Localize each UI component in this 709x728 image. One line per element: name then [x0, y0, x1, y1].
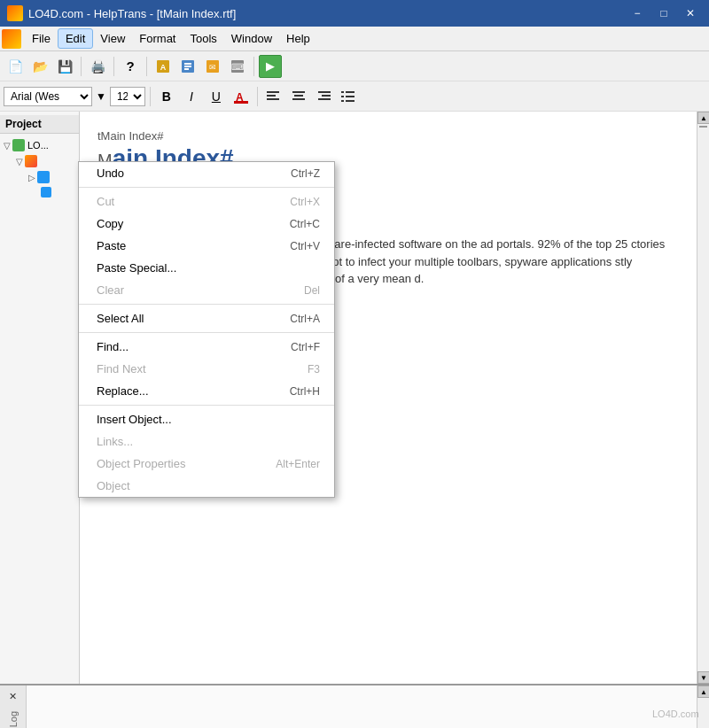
- clear-label: Clear: [97, 283, 124, 297]
- select-all-label: Select All: [97, 312, 144, 325]
- tree-item-page[interactable]: ▷: [27, 169, 77, 185]
- help-question-button[interactable]: ?: [119, 55, 142, 78]
- menu-replace[interactable]: Replace... Ctrl+H: [79, 380, 334, 402]
- toolbar-separator-1: [81, 57, 82, 76]
- main-toolbar: 📄 📂 💾 🖨️ ? A ✉ ⌨ ▶: [0, 51, 709, 81]
- svg-rect-17: [292, 98, 305, 100]
- menu-format[interactable]: Format: [132, 29, 183, 48]
- svg-text:✉: ✉: [209, 63, 216, 72]
- vertical-scrollbar[interactable]: ▲ ▼: [697, 112, 709, 684]
- paste-label: Paste: [97, 239, 126, 252]
- clear-shortcut: Del: [304, 284, 320, 297]
- svg-rect-5: [184, 68, 189, 70]
- menu-undo[interactable]: Undo Ctrl+Z: [79, 162, 334, 184]
- menu-paste[interactable]: Paste Ctrl+V: [79, 235, 334, 257]
- menu-tools[interactable]: Tools: [183, 29, 223, 48]
- new-button[interactable]: 📄: [4, 55, 27, 78]
- toolbar-separator-3: [146, 57, 147, 76]
- scroll-up-button[interactable]: ▲: [697, 112, 709, 124]
- sep-2: [79, 304, 334, 305]
- page-icon: [37, 171, 50, 183]
- bottom-log-content: [27, 685, 697, 728]
- menu-window[interactable]: Window: [224, 29, 279, 48]
- svg-rect-21: [341, 91, 344, 93]
- italic-button[interactable]: I: [180, 85, 203, 108]
- root-icon: [12, 139, 25, 151]
- bottom-scroll-up[interactable]: ▲: [697, 685, 709, 698]
- project-header: Project: [0, 115, 79, 134]
- sep-4: [79, 405, 334, 406]
- svg-text:LO4D.com: LO4D.com: [652, 709, 699, 719]
- bottom-close-button[interactable]: ✕: [7, 689, 19, 704]
- underline-button[interactable]: U: [205, 85, 228, 108]
- menu-view[interactable]: View: [93, 29, 132, 48]
- run-button[interactable]: ▶: [259, 55, 282, 78]
- font-family-select[interactable]: Arial (Wes: [4, 87, 92, 106]
- select-all-shortcut: Ctrl+A: [290, 313, 320, 325]
- menu-select-all[interactable]: Select All Ctrl+A: [79, 307, 334, 329]
- icon-btn-2[interactable]: [176, 55, 199, 78]
- find-shortcut: Ctrl+F: [291, 341, 320, 353]
- scroll-thumb[interactable]: [699, 126, 707, 128]
- svg-rect-26: [346, 100, 354, 102]
- menu-paste-special[interactable]: Paste Special...: [79, 257, 334, 279]
- menu-insert-object[interactable]: Insert Object...: [79, 408, 334, 430]
- bold-button[interactable]: B: [155, 85, 178, 108]
- menu-help[interactable]: Help: [279, 29, 317, 48]
- book-icon: [25, 155, 37, 167]
- book-expand-icon: ▽: [16, 157, 23, 167]
- align-right-button[interactable]: [312, 85, 335, 108]
- open-button[interactable]: 📂: [28, 55, 51, 78]
- sep-3: [79, 332, 334, 333]
- menu-find[interactable]: Find... Ctrl+F: [79, 336, 334, 358]
- tree-sub: ▷: [14, 169, 77, 199]
- cut-label: Cut: [97, 195, 114, 208]
- project-tree: ▽ LO... ▽ ▷: [0, 134, 79, 203]
- menu-bar: File Edit View Format Tools Window Help: [0, 27, 709, 51]
- find-label: Find...: [97, 340, 129, 353]
- tree-item-root[interactable]: ▽ LO...: [2, 137, 77, 153]
- watermark: LO4D.com: [652, 704, 705, 724]
- menu-object-properties: Object Properties Alt+Enter: [79, 453, 334, 475]
- root-label: LO...: [27, 140, 49, 151]
- tree-children: ▽ ▷: [2, 153, 77, 199]
- print-button[interactable]: 🖨️: [86, 55, 109, 78]
- close-button[interactable]: ✕: [679, 4, 702, 22]
- menu-object: Object: [79, 475, 334, 497]
- title-bar-text: LO4D.com - HelpTrans - [tMain Index.rtf]: [28, 7, 626, 20]
- page2-icon: [41, 187, 51, 197]
- menu-edit[interactable]: Edit: [58, 28, 93, 49]
- project-sidebar: Project ▽ LO... ▽ ▷: [0, 112, 80, 684]
- copy-shortcut: Ctrl+C: [290, 218, 320, 230]
- scroll-down-button[interactable]: ▼: [697, 671, 709, 684]
- scroll-track: [697, 124, 709, 671]
- icon-btn-3[interactable]: ✉: [201, 55, 224, 78]
- list-button[interactable]: [337, 85, 360, 108]
- paste-special-label: Paste Special...: [97, 261, 176, 275]
- svg-rect-20: [318, 98, 331, 100]
- font-sep-2: [257, 87, 258, 106]
- app-icon: [7, 5, 23, 21]
- font-color-button[interactable]: A: [230, 85, 253, 108]
- tree-item-page2[interactable]: [27, 185, 77, 199]
- tree-item-book[interactable]: ▽: [14, 153, 77, 169]
- align-center-button[interactable]: [287, 85, 310, 108]
- maximize-button[interactable]: □: [652, 4, 675, 22]
- svg-rect-18: [318, 91, 331, 93]
- minimize-button[interactable]: −: [626, 4, 649, 22]
- save-button[interactable]: 💾: [53, 55, 76, 78]
- paste-shortcut: Ctrl+V: [290, 240, 320, 252]
- menu-file[interactable]: File: [25, 29, 58, 48]
- bottom-log-label: Log: [8, 711, 19, 727]
- menu-find-next: Find Next F3: [79, 358, 334, 380]
- menu-clear: Clear Del: [79, 279, 334, 301]
- menu-copy[interactable]: Copy Ctrl+C: [79, 213, 334, 235]
- align-left-button[interactable]: [262, 85, 285, 108]
- page-expand-icon: ▷: [28, 173, 35, 182]
- font-size-select[interactable]: 12: [110, 87, 145, 106]
- icon-btn-4[interactable]: ⌨: [226, 55, 249, 78]
- icon-btn-1[interactable]: A: [152, 55, 175, 78]
- svg-rect-22: [346, 91, 354, 93]
- object-label: Object: [97, 479, 130, 492]
- bottom-sidebar: ✕ Log: [0, 685, 27, 728]
